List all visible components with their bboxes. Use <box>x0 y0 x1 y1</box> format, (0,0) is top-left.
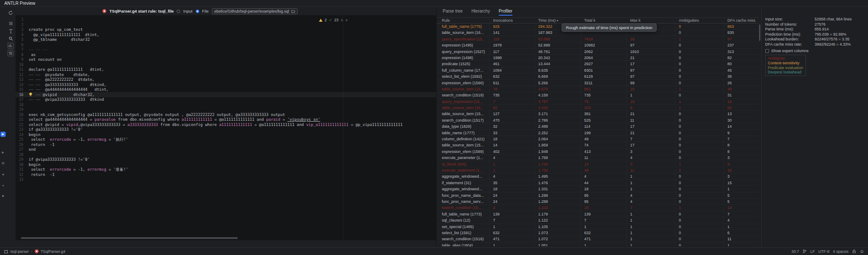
code-line[interactable]: -- -- -- <box>29 47 436 53</box>
profiler-row[interactable]: query_expression (15...73.7577916118 <box>437 99 759 105</box>
code-line[interactable]: select errorcode = -1, errormsg = '执行!' <box>29 137 436 142</box>
code-line[interactable] <box>29 43 436 48</box>
run-toolwindow-icon[interactable]: ▶ <box>0 150 6 155</box>
profiler-row[interactable]: search_condition (1516)4711.0724711011 <box>437 236 759 242</box>
code-line[interactable]: end <box>29 147 436 152</box>
git-branch-icon[interactable] <box>802 249 807 254</box>
stop-icon[interactable] <box>7 20 14 26</box>
profiler-row[interactable]: if_statement (31)351.476441015 <box>437 180 759 186</box>
file-path-field[interactable]: ebelice/Github/tsql-parser/examples/big.… <box>212 8 298 14</box>
problems-toolwindow-icon[interactable]: ■ <box>0 172 6 177</box>
code-line[interactable]: begin <box>29 162 436 168</box>
code-line[interactable]: as <box>29 53 436 58</box>
code-line[interactable]: set nocount on <box>29 57 436 63</box>
code-line[interactable]: begin <box>29 132 436 138</box>
search-icon[interactable] <box>7 35 14 42</box>
code-line[interactable]: return -1 <box>29 172 436 178</box>
notifications-bell-icon[interactable] <box>860 249 864 254</box>
breadcrumb-file[interactable]: TSqlParser.g4 <box>41 249 66 254</box>
indent-indicator[interactable]: 4 spaces <box>833 249 848 254</box>
code-editor[interactable]: 1234567891011121314151617181920212223242… <box>16 15 436 240</box>
code-line[interactable] <box>29 17 436 23</box>
caret-position[interactable]: 30:7 <box>791 249 799 254</box>
antlr-preview-toolwindow-icon[interactable]: ▶ <box>0 132 6 137</box>
editor-horizontal-scrollbar[interactable] <box>21 237 238 239</box>
code-line[interactable]: exec nb_com_getsysconfig @a1111111111111… <box>29 113 436 118</box>
column-header-rule[interactable]: Rule <box>437 18 490 23</box>
profiler-row[interactable]: predicate (1525)46113.444292717080 <box>437 61 759 67</box>
profiler-row[interactable]: aggregate_windowed...41.4954103 <box>437 173 759 179</box>
code-line[interactable] <box>29 107 436 113</box>
code-line[interactable]: @p_tblname dtchar32 <box>29 37 436 43</box>
structure-toolwindow-icon[interactable]: ▤ <box>0 161 6 166</box>
profiler-row[interactable]: func_proc_name_serv...241.28995405 <box>437 199 759 205</box>
profiler-row[interactable]: table_source_item (15...784.67086116146 <box>437 86 759 92</box>
code-line[interactable]: —— —— @sysdate dtdate, <box>29 73 436 78</box>
tab-hierarchy[interactable]: Hierarchy <box>471 7 490 16</box>
profiler-row[interactable]: select_list_elem (1592)6326.669612997038 <box>437 73 759 79</box>
code-line[interactable] <box>29 103 436 108</box>
profiler-row[interactable]: id_block (945)11.74814319 <box>437 161 759 167</box>
table-vertical-scrollbar[interactable] <box>759 24 760 41</box>
file-radio[interactable] <box>196 10 199 13</box>
profiler-row[interactable]: table_source_item (15...141.959741708 <box>437 142 759 148</box>
refresh-icon[interactable] <box>7 10 14 16</box>
profiler-row[interactable]: expression (1498)199820.342206421082 <box>437 55 759 61</box>
breadcrumb-project[interactable]: tsql-parser <box>10 249 29 254</box>
expert-columns-checkbox[interactable] <box>765 49 769 53</box>
next-problem-chevron-icon[interactable]: ∨ <box>345 18 348 22</box>
profiler-row[interactable]: table_source_item (15...823.4252039152 <box>437 105 759 111</box>
column-header-invocations[interactable]: Invocations <box>490 18 535 23</box>
file-path-value[interactable]: ebelice/Github/tsql-parser/examples/big.… <box>214 9 289 13</box>
lock-icon[interactable] <box>852 249 856 254</box>
profiler-row[interactable]: func_proc_name_data...241.29895405 <box>437 192 759 199</box>
profiler-row[interactable]: aggregate_windowed...181.33118101 <box>437 186 759 192</box>
profiler-row[interactable]: table_name (1777)332.2521992109 <box>437 130 759 136</box>
encoding-indicator[interactable]: UTF-8 <box>818 249 829 254</box>
profiler-row[interactable]: table_source_item (15...1273.17138121013 <box>437 111 759 117</box>
profiler-row[interactable]: search_condition (1519)7354.1587351031 <box>437 92 759 98</box>
code-line[interactable] <box>29 63 436 68</box>
code-line[interactable]: —— —— @a2222222222 dtdate, <box>29 77 436 83</box>
tab-parse-tree[interactable]: Parse tree <box>443 7 463 16</box>
file-radio-label[interactable]: File <box>202 9 209 13</box>
column-header-dfa-cache-miss[interactable]: DFA cache miss <box>724 18 759 23</box>
profiler-row[interactable]: search_condition (1517)4702.78652511030 <box>437 117 759 123</box>
folder-icon[interactable] <box>291 10 295 13</box>
column-header-time-ms-[interactable]: Time (ms) ▾ <box>535 18 581 23</box>
column-header-total-k[interactable]: Total k <box>581 18 627 23</box>
code-line[interactable]: create proc up_com_test <box>29 27 436 33</box>
code-line[interactable]: —— —— @a333333333333 dtkind, <box>29 83 436 88</box>
column-header-max-k[interactable]: Max k <box>627 18 675 23</box>
profiler-row[interactable]: sql_clauses (12)71.1227104 <box>437 217 759 223</box>
code-line[interactable]: @p_vipa1111111111111 dtint, <box>29 33 436 38</box>
profiler-row[interactable]: execute_parameter (1...41.75811403 <box>437 155 759 161</box>
code-line[interactable]: select @a4444444444444444 = paravalue fr… <box>29 117 436 123</box>
code-line[interactable] <box>29 23 436 28</box>
code-line[interactable]: if @a333333333333 !='0' <box>29 127 436 132</box>
code-line[interactable] <box>29 152 436 158</box>
settings-icon[interactable] <box>7 50 14 56</box>
profiler-row[interactable]: data_type (1829)322.48811417014 <box>437 123 759 129</box>
profiler-row[interactable]: expression_elem (1589)4021.948413308 <box>437 149 759 155</box>
code-line[interactable]: return -1 <box>29 142 436 148</box>
inspections-widget[interactable]: 2 ✓ 23 ∧ ∨ <box>319 18 348 22</box>
services-toolwindow-icon[interactable]: ● <box>0 182 6 188</box>
input-radio[interactable] <box>177 10 180 13</box>
column-header-ambiguities[interactable]: Ambiguities <box>675 18 724 23</box>
profiler-toggle-icon[interactable] <box>7 43 14 49</box>
code-line[interactable]: —— —— @vipa333333333333 dtkind <box>29 97 436 103</box>
code-line[interactable]: —— —— @a4444444444444444 dtint, <box>29 87 436 93</box>
profiler-row[interactable]: table_alias (1804)11.0511101 <box>437 242 759 246</box>
profiler-row[interactable]: expression_elem (1590)6115.266321199026 <box>437 80 759 86</box>
profiler-row[interactable]: full_column_name (17...10948.63583019704… <box>437 67 759 73</box>
code-line[interactable]: —— @vipid dtchar32, <box>29 93 436 98</box>
profiler-row[interactable]: search_condition (15...21.222187114 <box>437 205 759 211</box>
code-line[interactable]: select errorcode = -1, errormsg = '准备!' <box>29 167 436 172</box>
code-line[interactable]: select @vipid = vipid,@vipa333333333333 … <box>29 123 436 128</box>
line-separator-indicator[interactable]: LF <box>810 249 815 254</box>
code-line[interactable] <box>29 177 436 182</box>
profiler-row[interactable]: column_definition (1421)182.06449707 <box>437 136 759 142</box>
profiler-row[interactable]: query_expression (1527)11748.76120621910… <box>437 49 759 55</box>
profiler-row[interactable]: set_special (1485)11.1051101 <box>437 224 759 230</box>
